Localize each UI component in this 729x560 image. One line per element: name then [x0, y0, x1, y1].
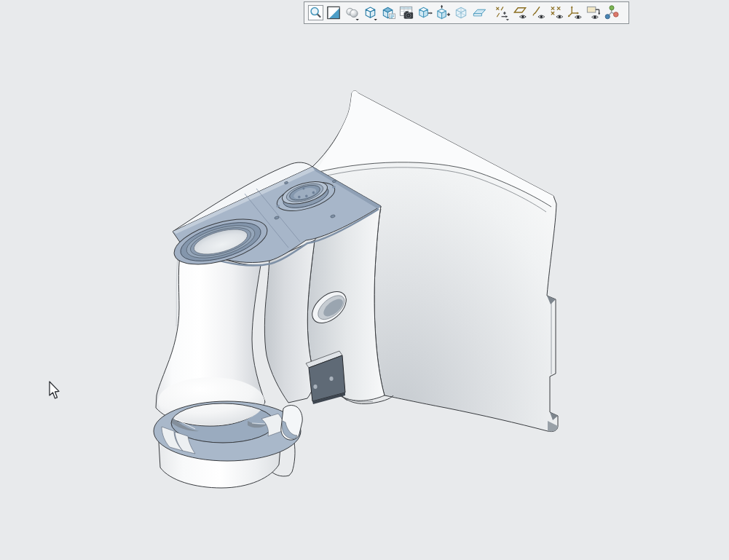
toolbar-button-constraint-navigator[interactable]: [602, 3, 620, 23]
toolbar-button-display-style[interactable]: [379, 3, 398, 23]
toolbar-button-view-orientation[interactable]: [361, 3, 379, 23]
toolbar-button-show-points[interactable]: [548, 3, 566, 23]
toolbar-button-render-style[interactable]: [343, 3, 361, 23]
display-style-icon: [380, 4, 397, 21]
toolbar-button-datum-display[interactable]: [493, 3, 511, 23]
table-snapshot-icon: [398, 4, 415, 21]
show-planes-icon: [512, 4, 529, 21]
toolbar-button-add-body[interactable]: [434, 3, 452, 23]
extend-body-icon: [417, 4, 433, 21]
view-toolbar: [304, 1, 629, 24]
3d-viewport[interactable]: [0, 0, 729, 560]
show-axes-icon: [530, 4, 547, 21]
toolbar-button-show-planes[interactable]: [511, 3, 529, 23]
view-orientation-icon: [362, 4, 379, 21]
toolbar-button-zoom[interactable]: [307, 3, 325, 23]
toolbar-button-translucent-cube[interactable]: [452, 3, 470, 23]
toolbar-button-show-csys[interactable]: [566, 3, 584, 23]
fit-view-icon: [326, 4, 342, 21]
application-window: [0, 0, 729, 560]
show-csys-icon: [567, 4, 583, 21]
translucent-cube-icon: [453, 4, 470, 21]
zoom-icon: [307, 4, 324, 21]
toolbar-button-section-plane[interactable]: [470, 3, 489, 23]
render-style-icon: [344, 4, 360, 21]
show-points-icon: [548, 4, 565, 21]
add-body-icon: [435, 4, 452, 21]
part-mid-band: [264, 240, 315, 403]
show-annotations-icon: [585, 4, 602, 21]
cad-model: [0, 0, 729, 560]
toolbar-button-table-snapshot[interactable]: [398, 3, 416, 23]
toolbar-button-show-annotations[interactable]: [584, 3, 602, 23]
toolbar-button-show-axes[interactable]: [529, 3, 548, 23]
toolbar-button-fit-view[interactable]: [325, 3, 343, 23]
toolbar-button-extend-body[interactable]: [416, 3, 434, 23]
constraint-navigator-icon: [603, 4, 620, 21]
datum-display-icon: [494, 4, 511, 21]
section-plane-icon: [471, 4, 488, 21]
